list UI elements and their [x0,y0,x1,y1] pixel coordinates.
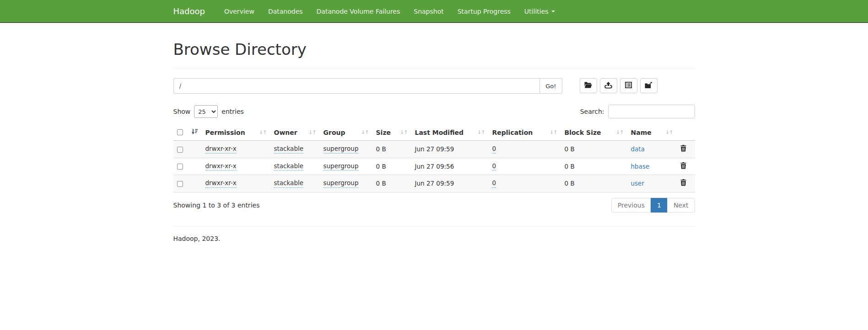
header-group[interactable]: Group [320,125,372,141]
navbar-menu: Overview Datanodes Datanode Volume Failu… [217,0,562,22]
owner-cell[interactable]: stackable [274,145,304,154]
size-cell: 0 B [376,180,386,187]
path-bar: Go! [173,78,695,94]
show-label: Show [173,108,191,115]
select-all-header[interactable] [173,125,202,141]
table-footer: Showing 1 to 3 of 3 entries Previous 1 N… [173,198,695,213]
folder-move-icon [645,82,652,90]
header-size[interactable]: Size [372,125,411,141]
pagination-page-1[interactable]: 1 [651,198,668,213]
size-cell: 0 B [376,145,386,153]
header-last-modified[interactable]: Last Modified [411,125,489,141]
trash-icon [680,145,686,153]
sort-icon [308,129,316,135]
nav-item-datanodes[interactable]: Datanodes [261,0,310,22]
folder-open-button[interactable] [580,78,597,93]
group-cell[interactable]: supergroup [323,162,359,171]
replication-cell[interactable]: 0 [492,162,496,171]
table-header-row: Permission Owner Group Size Last Modifie… [173,125,695,141]
trash-icon [680,179,686,187]
trash-icon [680,162,686,170]
directory-table: Permission Owner Group Size Last Modifie… [173,125,695,192]
permission-cell[interactable]: drwxr-xr-x [205,145,237,154]
footer-text: Hadoop, 2023. [173,235,695,242]
nav-item-utilities-dropdown[interactable]: Utilities [518,0,562,22]
sort-icon [477,129,485,135]
folder-open-icon [584,82,592,90]
header-permission[interactable]: Permission [202,125,270,141]
show-entries-control: Show 25 entries [173,105,244,118]
block-size-cell: 0 B [565,163,575,170]
search-label: Search: [580,108,604,115]
select-all-checkbox[interactable] [177,129,183,135]
delete-button[interactable] [680,145,686,153]
sort-amount-icon [191,128,198,136]
row-checkbox[interactable] [177,164,183,170]
delete-button[interactable] [680,179,686,187]
header-actions [677,125,695,141]
header-owner[interactable]: Owner [270,125,320,141]
path-input-group: Go! [173,78,562,94]
entries-label: entries [221,108,244,115]
pagination: Previous 1 Next [611,198,695,213]
row-checkbox[interactable] [177,147,183,153]
directory-action-buttons [580,78,658,93]
directory-path-input[interactable] [173,78,540,94]
block-size-cell: 0 B [565,145,575,153]
row-checkbox[interactable] [177,181,183,187]
directory-link[interactable]: user [631,180,644,187]
pagination-next[interactable]: Next [667,198,695,213]
nav-item-overview[interactable]: Overview [217,0,261,22]
group-cell[interactable]: supergroup [323,179,359,188]
footer-divider [173,226,695,227]
size-cell: 0 B [376,163,386,170]
utilities-label: Utilities [524,8,549,15]
directory-link[interactable]: data [631,145,645,153]
header-block-size[interactable]: Block Size [561,125,627,141]
navbar-brand[interactable]: Hadoop [173,0,212,22]
table-controls: Show 25 entries Search: [173,105,695,118]
replication-cell[interactable]: 0 [492,145,496,154]
page-title: Browse Directory [173,40,695,59]
owner-cell[interactable]: stackable [274,162,304,171]
nav-item-snapshot[interactable]: Snapshot [407,0,450,22]
nav-item-datanode-volume-failures[interactable]: Datanode Volume Failures [310,0,407,22]
table-row: drwxr-xr-x stackable supergroup 0 B Jun … [173,175,695,192]
table-row: drwxr-xr-x stackable supergroup 0 B Jun … [173,141,695,158]
modified-cell: Jun 27 09:56 [415,163,454,170]
list-alt-icon [625,82,632,90]
search-control: Search: [580,105,695,118]
modified-cell: Jun 27 09:59 [415,180,454,187]
header-replication[interactable]: Replication [489,125,561,141]
delete-button[interactable] [680,162,686,170]
modified-cell: Jun 27 09:59 [415,145,454,153]
table-row: drwxr-xr-x stackable supergroup 0 B Jun … [173,158,695,175]
page-size-select[interactable]: 25 [194,105,218,118]
nav-item-startup-progress[interactable]: Startup Progress [451,0,518,22]
sort-icon [665,129,673,135]
list-button[interactable] [620,78,637,93]
sort-icon [259,129,266,135]
search-input[interactable] [608,105,695,118]
title-divider [173,69,695,69]
block-size-cell: 0 B [565,180,575,187]
group-cell[interactable]: supergroup [323,145,359,154]
pagination-previous[interactable]: Previous [611,198,651,213]
go-button[interactable]: Go! [540,78,562,94]
replication-cell[interactable]: 0 [492,179,496,188]
permission-cell[interactable]: drwxr-xr-x [205,179,237,188]
sort-icon [550,129,557,135]
top-navbar: Hadoop Overview Datanodes Datanode Volum… [0,0,868,23]
header-name[interactable]: Name [627,125,677,141]
entries-summary: Showing 1 to 3 of 3 entries [173,202,260,209]
permission-cell[interactable]: drwxr-xr-x [205,162,237,171]
upload-button[interactable] [600,78,617,93]
cloud-upload-icon [604,82,612,90]
folder-move-button[interactable] [640,78,658,93]
caret-down-icon [551,11,555,12]
directory-link[interactable]: hbase [631,163,650,170]
owner-cell[interactable]: stackable [274,179,304,188]
sort-icon [400,129,407,135]
sort-icon [361,129,368,135]
sort-icon [616,129,623,135]
